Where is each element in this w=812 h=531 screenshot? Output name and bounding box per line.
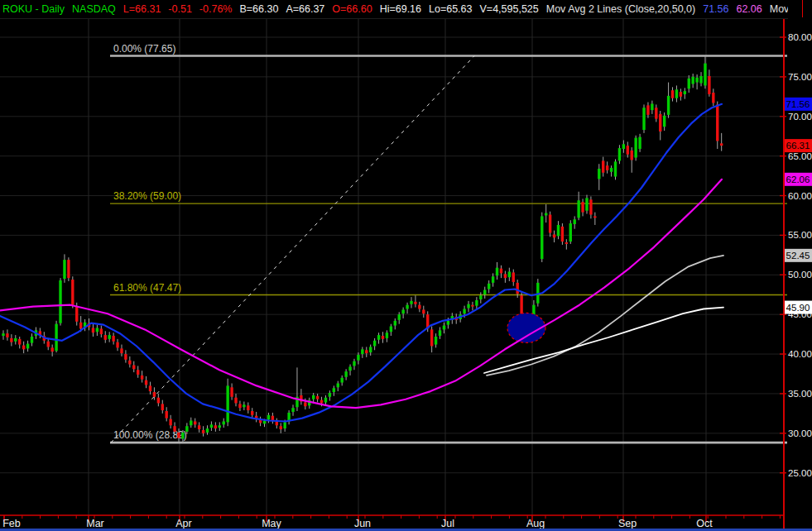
candle: [483, 289, 486, 294]
candle: [467, 304, 469, 309]
candle: [219, 425, 221, 428]
price-tick-label: 80.00: [788, 32, 812, 42]
candle: [108, 335, 110, 339]
header-segment: Hi=69.16: [380, 3, 421, 15]
month-label: May: [262, 518, 281, 529]
candle: [508, 271, 511, 277]
candle: [316, 396, 319, 399]
candle: [618, 148, 621, 160]
price-tick-label: 55.00: [788, 230, 812, 240]
header-segment: Mov Avg 2 Lines (Close,20,50,0): [546, 3, 695, 15]
candle: [243, 404, 245, 407]
candle: [614, 161, 617, 176]
candle: [206, 428, 209, 433]
header-segment: Mov Avg 2 Lines (Close,100,200 ...: [770, 3, 788, 15]
candle: [684, 91, 686, 94]
fibonacci-retracement[interactable]: 0.00% (77.65)38.20% (59.00)61.80% (47.47…: [110, 43, 787, 443]
candle: [553, 234, 555, 237]
candle: [708, 76, 710, 94]
candle: [695, 78, 698, 83]
candle: [565, 242, 568, 244]
candle: [190, 421, 192, 426]
candle: [651, 103, 653, 110]
candle: [166, 411, 168, 419]
candle: [141, 376, 143, 380]
candle: [145, 380, 147, 385]
candle: [646, 105, 649, 114]
candle: [2, 333, 4, 336]
candle: [31, 337, 33, 343]
candle: [214, 425, 217, 428]
trendline-segment[interactable]: [111, 56, 474, 443]
candle: [439, 330, 441, 336]
candle: [691, 77, 694, 84]
candle: [516, 283, 518, 294]
candle: [589, 199, 592, 214]
month-label: Apr: [175, 518, 191, 529]
candle: [120, 348, 123, 353]
candle: [210, 424, 213, 428]
candle: [234, 398, 237, 404]
candle: [226, 385, 228, 422]
candle: [504, 274, 507, 278]
candle: [247, 405, 249, 410]
ma50-line: [0, 179, 722, 408]
candle: [699, 76, 702, 84]
header-segment: B=66.30: [239, 3, 278, 15]
candle: [712, 93, 714, 103]
candle: [344, 371, 347, 377]
candle: [169, 419, 171, 426]
candle: [680, 92, 682, 97]
candle: [173, 426, 175, 432]
price-axis[interactable]: 80.0075.0070.0065.0060.0055.0050.0045.00…: [780, 18, 812, 529]
candle: [47, 342, 50, 347]
candle: [67, 260, 70, 278]
candle: [223, 421, 225, 424]
candle: [26, 344, 29, 349]
candle: [492, 276, 494, 283]
candle: [430, 329, 433, 346]
candle: [549, 215, 551, 233]
price-marker-label: 52.45: [786, 251, 810, 261]
candle: [463, 309, 465, 313]
price-marker-label: 45.90: [786, 303, 810, 313]
candle: [202, 430, 204, 433]
candle: [541, 216, 543, 259]
header-segment: L=66.31: [123, 3, 161, 15]
candle: [638, 137, 641, 149]
candle: [181, 433, 184, 439]
header-segment: -0.76%: [199, 3, 233, 15]
candle: [276, 421, 278, 425]
candle: [675, 89, 678, 98]
price-marker-label: 62.06: [786, 175, 810, 184]
candle: [610, 168, 613, 172]
month-label: Aug: [526, 518, 545, 529]
candle: [100, 328, 103, 334]
candle: [267, 415, 270, 420]
header-segment: O=66.60: [332, 3, 372, 15]
time-axis[interactable]: FebMarAprMayJunJulAugSepOct: [0, 515, 784, 529]
candle: [390, 327, 392, 332]
candle: [659, 114, 661, 132]
candle: [716, 104, 718, 141]
candle: [71, 280, 74, 305]
candle: [688, 79, 690, 88]
candle: [10, 338, 12, 342]
candle: [50, 347, 53, 352]
month-label: Jul: [441, 518, 454, 529]
candle: [447, 321, 449, 325]
candle: [593, 216, 596, 218]
ma20-line: [0, 104, 722, 422]
candle: [443, 326, 445, 330]
candle: [340, 378, 343, 383]
candle: [177, 433, 180, 438]
candle: [479, 295, 482, 299]
candle: [557, 225, 560, 236]
candle: [406, 305, 408, 309]
candle: [198, 425, 200, 429]
candle: [663, 116, 665, 127]
price-chart[interactable]: 0.00% (77.65)38.20% (59.00)61.80% (47.47…: [0, 0, 812, 531]
candle: [320, 400, 323, 404]
trendline[interactable]: [111, 56, 474, 443]
candle: [720, 143, 723, 146]
